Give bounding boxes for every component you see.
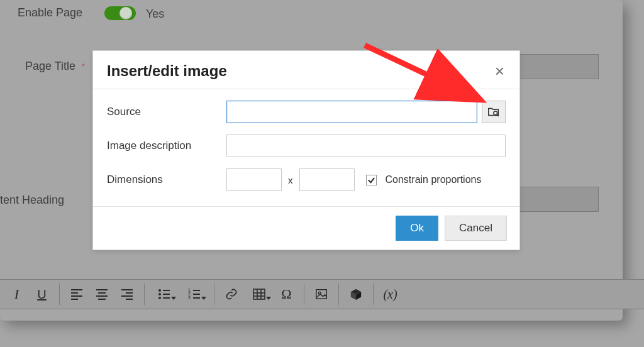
underline-icon-label: U (37, 287, 46, 302)
check-icon (367, 176, 375, 184)
constrain-label: Constrain proportions (386, 174, 482, 185)
italic-icon-label: I (14, 286, 19, 302)
toggle-knob (119, 7, 132, 19)
source-label: Source (107, 106, 226, 118)
svg-point-13 (158, 293, 161, 295)
toolbar-separator (214, 284, 214, 305)
svg-text:3: 3 (188, 295, 191, 300)
enable-page-label: Enable Page (18, 6, 82, 19)
link-icon (225, 288, 238, 300)
toolbar-separator (144, 284, 145, 305)
dimensions-separator: x (287, 175, 294, 185)
align-left-button[interactable] (65, 282, 89, 306)
browse-folder-search-icon (487, 105, 501, 119)
align-right-icon (121, 288, 133, 300)
align-center-icon (96, 288, 108, 300)
align-right-button[interactable] (115, 282, 139, 306)
link-button[interactable] (219, 282, 243, 306)
height-input[interactable] (299, 168, 355, 191)
align-left-icon (70, 288, 83, 300)
dimensions-label: Dimensions (107, 174, 226, 186)
table-icon (253, 288, 265, 300)
dialog-body: Source Image descri (93, 89, 519, 206)
cancel-button-label: Cancel (459, 222, 492, 234)
editor-toolbar: I U 123 Ω (0, 279, 644, 309)
page-title-label: Page Title (25, 60, 75, 73)
content-heading-input[interactable] (519, 187, 599, 212)
insert-image-dialog: Insert/edit image × Source (92, 50, 520, 250)
toolbar-separator (373, 284, 374, 305)
toolbar-separator (59, 284, 60, 305)
variable-icon-label: (x) (383, 287, 397, 302)
align-center-button[interactable] (90, 282, 114, 306)
close-button[interactable]: × (492, 63, 507, 79)
source-input[interactable] (226, 101, 477, 123)
description-row: Image description (107, 135, 506, 157)
close-icon: × (495, 62, 504, 80)
insert-image-button[interactable] (309, 282, 333, 306)
image-icon (315, 288, 328, 300)
constrain-checkbox[interactable] (366, 175, 377, 185)
dialog-title: Insert/edit image (107, 62, 227, 80)
enable-page-toggle[interactable] (104, 6, 136, 20)
cancel-button[interactable]: Cancel (445, 216, 507, 241)
special-char-button[interactable]: Ω (275, 282, 299, 306)
description-input[interactable] (226, 135, 506, 157)
italic-button[interactable]: I (5, 282, 29, 306)
svg-point-12 (158, 289, 161, 292)
widget-button[interactable] (344, 282, 368, 306)
description-label: Image description (107, 140, 226, 152)
width-input[interactable] (226, 168, 282, 191)
toolbar-separator (338, 284, 339, 305)
bullet-list-button[interactable] (150, 282, 179, 306)
browse-button[interactable] (482, 101, 506, 123)
omega-icon-label: Ω (281, 286, 291, 302)
chevron-down-icon (201, 297, 206, 300)
dialog-footer: Ok Cancel (93, 206, 519, 250)
dimensions-row: Dimensions x Constrain proportions (107, 168, 506, 191)
numbered-list-icon: 123 (188, 288, 201, 300)
cube-icon (350, 288, 362, 300)
dialog-header: Insert/edit image × (93, 51, 519, 89)
underline-button[interactable]: U (30, 282, 54, 306)
chevron-down-icon (266, 297, 271, 300)
bullet-list-icon (158, 288, 170, 300)
table-button[interactable] (245, 282, 274, 306)
source-row: Source (107, 101, 506, 123)
required-marker: * (82, 62, 85, 71)
chevron-down-icon (171, 297, 176, 300)
svg-point-31 (494, 111, 497, 115)
svg-rect-29 (316, 290, 326, 299)
content-heading-label: tent Heading (0, 194, 64, 207)
ok-button[interactable]: Ok (396, 216, 438, 241)
toolbar-separator (304, 284, 304, 305)
page-title-input[interactable] (519, 54, 599, 79)
enable-page-row: Enable Page (18, 6, 82, 19)
enable-page-value: Yes (146, 8, 164, 21)
ok-button-label: Ok (410, 222, 424, 234)
numbered-list-button[interactable]: 123 (180, 282, 209, 306)
variable-button[interactable]: (x) (379, 282, 402, 306)
svg-rect-24 (253, 289, 265, 299)
svg-point-14 (158, 297, 161, 299)
